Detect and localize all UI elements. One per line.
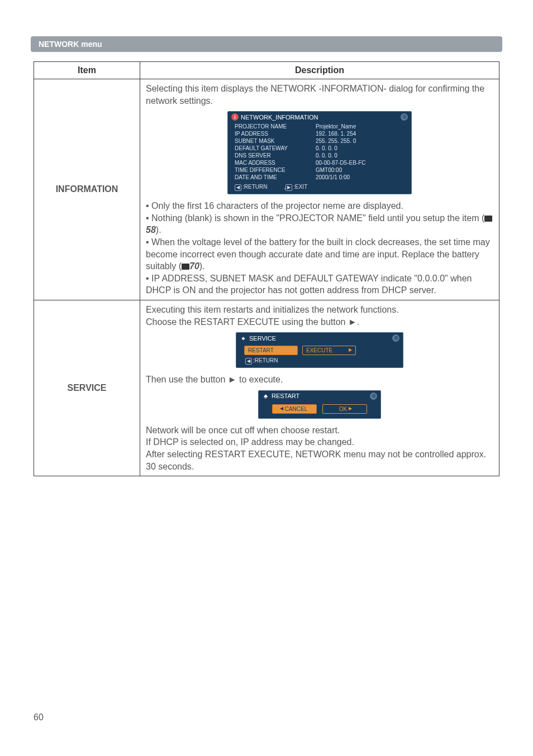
osd-row: TIME DIFFERENCEGMT00:00: [235, 166, 407, 174]
service-mid-text: Then use the button ► to execute.: [146, 374, 493, 386]
desc-service: Executing this item restarts and initial…: [140, 300, 499, 476]
table-row: INFORMATION Selecting this item displays…: [34, 79, 499, 300]
left-key-icon: ◀: [245, 358, 252, 365]
close-icon: ⦿: [401, 113, 408, 121]
cancel-button[interactable]: ◀ CANCEL: [272, 404, 317, 414]
book-icon: [484, 216, 492, 222]
close-icon: ⦿: [370, 393, 377, 400]
item-service: SERVICE: [34, 300, 140, 476]
osd-body: PROJECTOR NAMEProjektor_Name IP ADDRESS1…: [228, 122, 411, 182]
osd-body: ◀ CANCEL OK ▶: [259, 401, 380, 418]
service-bottom-text: Network will be once cut off when choose…: [146, 424, 493, 472]
osd-network-information: i NETWORK_INFORMATION ⦿ PROJECTOR NAMEPr…: [227, 111, 412, 194]
section-header: NETWORK menu: [31, 36, 502, 52]
osd-row: DNS SERVER0. 0. 0. 0: [235, 152, 407, 159]
osd-title-text: NETWORK_INFORMATION: [241, 114, 318, 121]
osd-exit: ,▶:EXIT: [284, 184, 307, 191]
restart-button[interactable]: RESTART: [244, 346, 298, 355]
osd-return: ◀:RETURN: [245, 357, 397, 365]
table-row: SERVICE Executing this item restarts and…: [34, 300, 499, 476]
execute-button[interactable]: EXECUTE▶: [302, 346, 356, 355]
osd-title-bar: ♣ RESTART ⦿: [259, 391, 380, 401]
bullet-3: • When the voltage level of the battery …: [146, 236, 493, 272]
bullet-2: • Nothing (blank) is shown in the "PROJE…: [146, 212, 493, 236]
osd-title-bar: i NETWORK_INFORMATION ⦿: [228, 112, 411, 122]
col-header-description: Description: [140, 62, 499, 79]
gear-icon: ♣: [262, 393, 269, 400]
osd-row: IP ADDRESS192. 168. 1. 254: [235, 130, 407, 137]
close-icon: ⦿: [392, 334, 399, 342]
osd-footer: ◀:RETURN ,▶:EXIT: [228, 182, 411, 194]
settings-table: Item Description INFORMATION Selecting t…: [34, 61, 499, 476]
osd-row: PROJECTOR NAMEProjektor_Name: [235, 123, 407, 130]
osd-title-text: RESTART: [272, 393, 299, 399]
info-top-text: Selecting this item displays the NETWORK…: [146, 83, 493, 107]
item-information: INFORMATION: [34, 79, 140, 300]
chevron-left-icon: ◀: [280, 406, 283, 412]
osd-row: DATE AND TIME2000/1/1 0:00: [235, 174, 407, 181]
osd-title-text: SERVICE: [249, 335, 276, 342]
chevron-right-icon: ▶: [349, 347, 352, 353]
osd-row: SUBNET MASK255. 255. 255. 0: [235, 137, 407, 145]
bullet-1: • Only the first 16 characters of the pr…: [146, 200, 493, 212]
info-bullets: • Only the first 16 characters of the pr…: [146, 200, 493, 296]
osd-row: DEFAULT GATEWAY0. 0. 0. 0: [235, 145, 407, 152]
right-key-icon: ▶: [285, 184, 292, 191]
service-top-text: Executing this item restarts and initial…: [146, 304, 493, 328]
osd-title-bar: ♣ SERVICE ⦿: [236, 333, 403, 343]
gear-icon: ♣: [240, 334, 247, 342]
col-header-item: Item: [34, 62, 140, 79]
book-icon: [182, 264, 189, 270]
osd-restart-row: RESTART EXECUTE▶: [244, 346, 397, 355]
left-key-icon: ◀: [235, 184, 241, 191]
osd-return: ◀:RETURN: [235, 184, 267, 191]
info-icon: i: [231, 113, 239, 121]
osd-row: MAC ADDRESS00-00-87-D5-EB-FC: [235, 159, 407, 166]
osd-restart-confirm: ♣ RESTART ⦿ ◀ CANCEL OK ▶: [258, 390, 381, 419]
bullet-4: • IP ADDRESS, SUBNET MASK and DEFAULT GA…: [146, 272, 493, 296]
osd-service: ♣ SERVICE ⦿ RESTART EXECUTE▶ ◀:RETURN: [236, 332, 403, 368]
osd-body: RESTART EXECUTE▶ ◀:RETURN: [236, 343, 403, 367]
section-header-text: NETWORK menu: [39, 40, 102, 49]
chevron-right-icon: ▶: [349, 406, 352, 412]
desc-information: Selecting this item displays the NETWORK…: [140, 79, 499, 300]
ok-button[interactable]: OK ▶: [322, 404, 367, 414]
page-number: 60: [34, 712, 44, 722]
